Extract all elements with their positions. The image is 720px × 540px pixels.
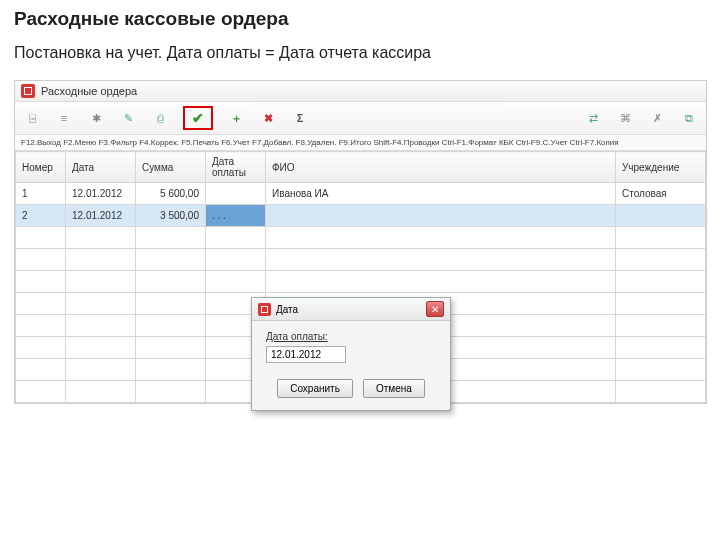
cell-fio bbox=[266, 205, 616, 227]
col-institution[interactable]: Учреждение bbox=[616, 152, 706, 183]
window-titlebar: Расходные ордера bbox=[15, 81, 706, 102]
cell-institution bbox=[616, 205, 706, 227]
cell-sum: 3 500,00 bbox=[136, 205, 206, 227]
table-row[interactable]: 1 12.01.2012 5 600,00 Иванова ИА Столова… bbox=[16, 183, 706, 205]
table-row bbox=[16, 271, 706, 293]
menu-icon[interactable]: ≡ bbox=[55, 109, 73, 127]
table-row bbox=[16, 227, 706, 249]
col-pay-date[interactable]: Дата оплаты bbox=[206, 152, 266, 183]
cell-date: 12.01.2012 bbox=[66, 205, 136, 227]
save-button[interactable]: Сохранить bbox=[277, 379, 353, 398]
cell-date: 12.01.2012 bbox=[66, 183, 136, 205]
cell-sum: 5 600,00 bbox=[136, 183, 206, 205]
edit-icon[interactable]: ✎ bbox=[119, 109, 137, 127]
col-fio[interactable]: ФИО bbox=[266, 152, 616, 183]
window-title: Расходные ордера bbox=[41, 85, 137, 97]
pay-date-input[interactable] bbox=[266, 346, 346, 363]
date-dialog: Дата ✕ Дата оплаты: Сохранить Отмена bbox=[251, 297, 451, 411]
sum-icon[interactable]: Σ bbox=[291, 109, 309, 127]
filter-icon[interactable]: ✱ bbox=[87, 109, 105, 127]
delete-icon[interactable]: ✖ bbox=[259, 109, 277, 127]
dialog-title: Дата bbox=[276, 304, 298, 315]
app-icon bbox=[21, 84, 35, 98]
dialog-icon bbox=[258, 303, 271, 316]
check-icon[interactable]: ✔ bbox=[189, 109, 207, 127]
cell-number: 2 bbox=[16, 205, 66, 227]
toolbar: ⍈ ≡ ✱ ✎ ⎙ ✔ ＋ ✖ Σ ⇄ ⌘ ✗ ⧉ bbox=[15, 102, 706, 135]
print-icon[interactable]: ⎙ bbox=[151, 109, 169, 127]
postings-icon[interactable]: ⇄ bbox=[584, 109, 602, 127]
add-icon[interactable]: ＋ bbox=[227, 109, 245, 127]
table-header-row: Номер Дата Сумма Дата оплаты ФИО Учрежде… bbox=[16, 152, 706, 183]
col-number[interactable]: Номер bbox=[16, 152, 66, 183]
page-title: Расходные кассовые ордера bbox=[14, 8, 706, 30]
pay-date-label: Дата оплаты: bbox=[266, 331, 436, 342]
copy-icon[interactable]: ⧉ bbox=[680, 109, 698, 127]
exit-icon[interactable]: ⍈ bbox=[23, 109, 41, 127]
dialog-titlebar: Дата ✕ bbox=[252, 298, 450, 321]
cell-fio: Иванова ИА bbox=[266, 183, 616, 205]
page-subtitle: Постановка на учет. Дата оплаты = Дата о… bbox=[14, 44, 706, 62]
cancel-button[interactable]: Отмена bbox=[363, 379, 425, 398]
col-sum[interactable]: Сумма bbox=[136, 152, 206, 183]
table-row bbox=[16, 249, 706, 271]
account-button-highlight: ✔ bbox=[183, 106, 213, 130]
cell-number: 1 bbox=[16, 183, 66, 205]
keyboard-hints: F12.Выход F2.Меню F3.Фильтр F4.Коррек. F… bbox=[15, 135, 706, 151]
dialog-buttons: Сохранить Отмена bbox=[252, 371, 450, 410]
close-icon[interactable]: ✕ bbox=[426, 301, 444, 317]
table-row[interactable]: 2 12.01.2012 3 500,00 . . . bbox=[16, 205, 706, 227]
cell-pay-date bbox=[206, 183, 266, 205]
format-icon[interactable]: ⌘ bbox=[616, 109, 634, 127]
col-date[interactable]: Дата bbox=[66, 152, 136, 183]
cell-institution: Столовая bbox=[616, 183, 706, 205]
cell-pay-date[interactable]: . . . bbox=[206, 205, 266, 227]
dialog-body: Дата оплаты: bbox=[252, 321, 450, 371]
remove-account-icon[interactable]: ✗ bbox=[648, 109, 666, 127]
